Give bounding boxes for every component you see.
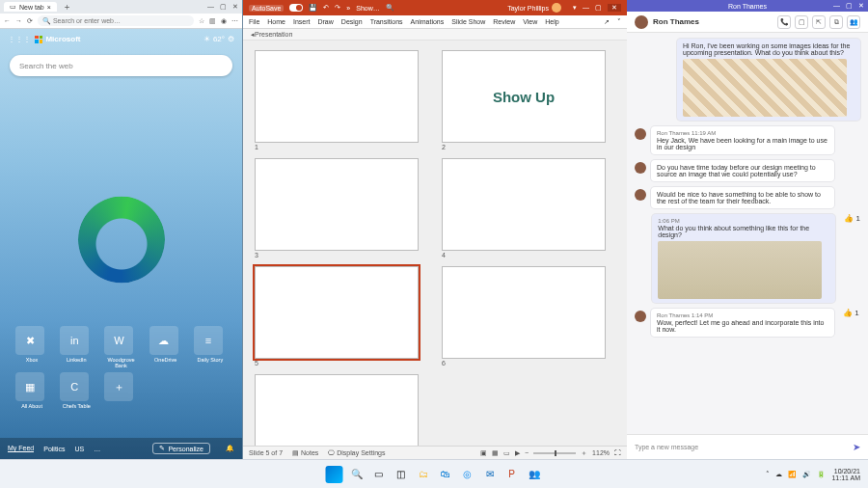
profile-icon[interactable]: ◉ (221, 17, 227, 25)
quick-link-tile[interactable]: ＋ (104, 372, 137, 409)
document-name[interactable]: Show… (356, 5, 380, 12)
slide-thumbnail[interactable]: Show.6 (442, 266, 606, 366)
mail-icon[interactable]: ✉ (481, 466, 499, 483)
tab-us[interactable]: US (74, 446, 84, 452)
quick-link-tile[interactable]: ▦All About (15, 372, 48, 409)
slideshow-view-icon[interactable]: ▶ (515, 449, 520, 457)
explorer-icon[interactable]: 🗂 (415, 466, 432, 483)
normal-view-icon[interactable]: ▣ (480, 449, 487, 457)
start-button[interactable] (326, 466, 343, 483)
volume-icon[interactable]: 🔊 (802, 471, 811, 478)
ribbon-tab-home[interactable]: Home (267, 18, 285, 25)
slide-thumbnail[interactable]: 7 (255, 374, 419, 446)
ribbon-collapse-icon[interactable]: ˅ (617, 18, 621, 26)
browser-tab[interactable]: ▭ New tab × (4, 2, 57, 12)
collections-icon[interactable]: ▥ (209, 17, 216, 25)
save-icon[interactable]: 💾 (309, 4, 317, 12)
onedrive-tray-icon[interactable]: ☁ (775, 471, 782, 478)
chat-message[interactable]: Would be nice to have something to be ab… (635, 187, 860, 208)
search-icon[interactable]: 🔍 (348, 466, 366, 483)
maximize-icon[interactable]: ▢ (846, 2, 853, 10)
new-tab-button[interactable]: ＋ (63, 1, 71, 14)
ribbon-tab-file[interactable]: File (249, 18, 259, 25)
menu-icon[interactable]: ⋯ (231, 17, 238, 25)
reaction-badge[interactable]: 👍 1 (844, 214, 860, 303)
refresh-icon[interactable]: ⟳ (27, 17, 33, 25)
share-icon[interactable]: ⇱ (812, 15, 826, 29)
ribbon-tab-view[interactable]: View (523, 18, 537, 25)
powerpoint-icon[interactable]: P (503, 466, 521, 483)
ribbon-tab-design[interactable]: Design (341, 18, 363, 25)
favorites-icon[interactable]: ☆ (199, 17, 204, 25)
ribbon-options-icon[interactable]: ▾ (573, 4, 577, 12)
search-icon[interactable]: 🔍 (386, 4, 394, 12)
chat-message[interactable]: Ron Thames 1:14 PMWow, perfect! Let me g… (635, 309, 860, 337)
popout-icon[interactable]: ⧉ (829, 15, 843, 29)
clock[interactable]: 10/20/21 11:11 AM (831, 468, 860, 481)
teams-taskbar-icon[interactable]: 👥 (526, 466, 543, 483)
minimize-icon[interactable]: ― (583, 4, 589, 12)
quick-link-tile[interactable]: ☁OneDrive (149, 326, 182, 368)
send-icon[interactable]: ➤ (853, 442, 860, 452)
autosave-toggle[interactable] (289, 4, 303, 12)
chat-message[interactable]: 1:06 PMWhat do you think about something… (635, 214, 860, 303)
display-settings-button[interactable]: 🖵 Display Settings (328, 449, 385, 456)
slide-thumbnail[interactable]: Show Off.5 (255, 266, 419, 366)
ribbon-tab-draw[interactable]: Draw (317, 18, 333, 25)
compose-box[interactable]: Type a new message ➤ (627, 434, 868, 459)
attached-image[interactable] (658, 241, 822, 299)
close-tab-icon[interactable]: × (47, 4, 51, 11)
settings-gear-icon[interactable]: ⚙ (228, 35, 234, 43)
close-icon[interactable]: ✕ (232, 3, 238, 11)
audio-call-icon[interactable]: 📞 (777, 15, 791, 29)
ribbon-tab-animations[interactable]: Animations (411, 18, 445, 25)
ribbon-tab-help[interactable]: Help (545, 18, 558, 25)
ribbon-tab-slide-show[interactable]: Slide Show (451, 18, 485, 25)
close-icon[interactable]: ✕ (858, 2, 864, 10)
zoom-in-icon[interactable]: ＋ (581, 448, 587, 458)
chat-message[interactable]: Do you have time today before our design… (635, 160, 860, 181)
address-bar[interactable]: 🔍 Search or enter web… (38, 15, 194, 26)
share-icon[interactable]: ↗ (604, 18, 610, 26)
tab-my-feed[interactable]: My Feed (8, 445, 34, 452)
breadcrumb[interactable]: ◂ Presentation (243, 29, 627, 41)
attached-image[interactable] (683, 59, 847, 117)
widgets-icon[interactable]: ◫ (393, 466, 410, 483)
ntp-search-box[interactable]: Search the web (10, 55, 232, 76)
slide-thumbnail[interactable]: Show Up2 (442, 50, 606, 150)
notes-button[interactable]: ▤ Notes (292, 449, 318, 457)
back-icon[interactable]: ← (4, 17, 11, 24)
wifi-icon[interactable]: 📶 (788, 471, 797, 478)
account-button[interactable]: Taylor Phillips (507, 3, 561, 13)
quick-link-tile[interactable]: ✖Xbox (15, 326, 48, 368)
zoom-out-icon[interactable]: − (525, 449, 529, 456)
reading-view-icon[interactable]: ▭ (503, 449, 510, 457)
battery-icon[interactable]: 🔋 (817, 471, 826, 478)
redo-icon[interactable]: ↷ (335, 4, 340, 12)
slide-thumbnail[interactable]: Show.1 (255, 50, 419, 150)
minimize-icon[interactable]: ― (207, 3, 214, 11)
chat-message[interactable]: Ron Thames 11:19 AMHey Jack, We have bee… (635, 126, 860, 154)
contact-name[interactable]: Ron Thames (653, 17, 699, 26)
store-icon[interactable]: 🛍 (437, 466, 454, 483)
close-icon[interactable]: ✕ (608, 4, 621, 12)
quick-link-tile[interactable]: WWoodgrove Bank (104, 326, 137, 368)
slide-thumbnail[interactable]: Show4 (442, 158, 606, 258)
slide-thumbnail[interactable]: 113 (255, 158, 419, 258)
forward-icon[interactable]: → (15, 17, 22, 24)
ribbon-tab-review[interactable]: Review (493, 18, 515, 25)
maximize-icon[interactable]: ▢ (595, 4, 602, 12)
weather-widget[interactable]: ☀ 62° ⚙ (203, 35, 234, 43)
tray-chevron-icon[interactable]: ˄ (766, 471, 770, 478)
tab-politics[interactable]: Politics (43, 446, 65, 452)
notifications-icon[interactable]: 🔔 (226, 445, 234, 452)
minimize-icon[interactable]: ― (833, 2, 840, 10)
maximize-icon[interactable]: ▢ (220, 3, 227, 11)
add-people-icon[interactable]: 👥 (847, 15, 860, 29)
undo-icon[interactable]: ↶ (323, 4, 329, 12)
quick-link-tile[interactable]: inLinkedIn (60, 326, 93, 368)
ribbon-tab-transitions[interactable]: Transitions (370, 18, 403, 25)
zoom-level[interactable]: 112% (592, 449, 610, 456)
apps-icon[interactable]: ⋮⋮⋮ (8, 35, 31, 43)
zoom-slider[interactable] (533, 452, 576, 454)
